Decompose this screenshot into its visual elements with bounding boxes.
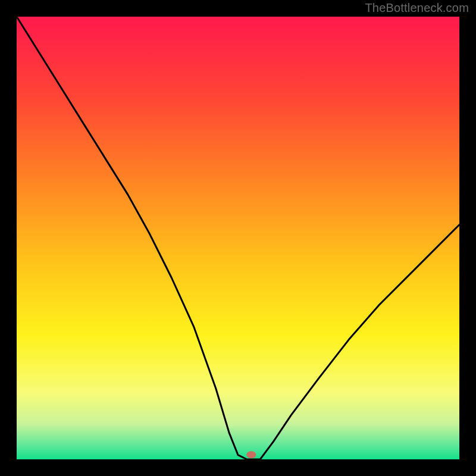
gradient-background [17, 17, 459, 459]
chart-frame: TheBottleneck.com [0, 0, 476, 476]
watermark-text: TheBottleneck.com [365, 1, 469, 15]
plot-area [17, 17, 459, 459]
optimal-marker [246, 451, 256, 458]
plot-svg [17, 17, 459, 459]
